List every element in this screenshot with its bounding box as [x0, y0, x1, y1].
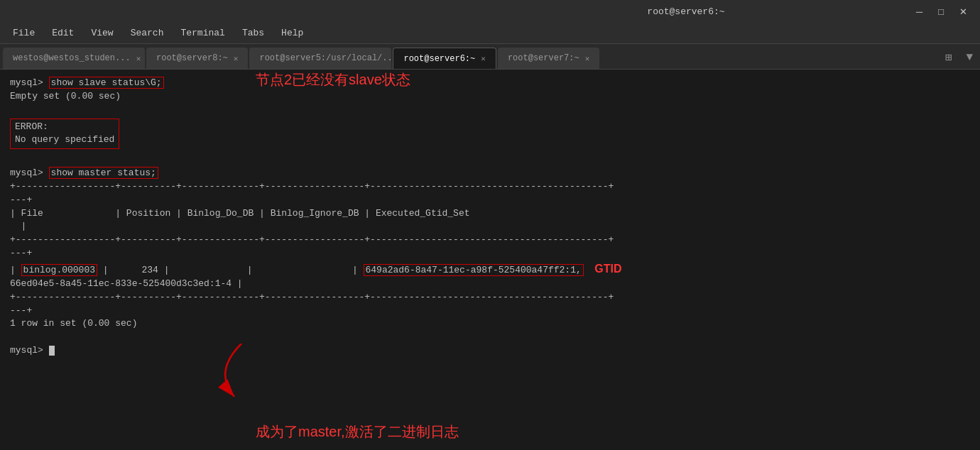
menu-file[interactable]: File [6, 25, 42, 41]
table-separator-4: ---+ [10, 247, 970, 260]
menu-terminal[interactable]: Terminal [173, 25, 232, 41]
error-block: ERROR:No query specified [10, 119, 119, 150]
tab-server6-close[interactable]: ✕ [481, 54, 486, 63]
table-separator-5: +------------------+----------+---------… [10, 291, 970, 304]
tab-server8-label: root@server8:~ [156, 53, 228, 63]
maximize-button[interactable]: □ [934, 5, 948, 18]
terminal-line-1: mysql> show slave status\G; [10, 77, 970, 90]
table-data-row-2: 66ed04e5-8a45-11ec-833e-525400d3c3ed:1-4… [10, 278, 970, 291]
tab-server7-label: root@server7:~ [508, 53, 579, 63]
gtid-label: GTID [594, 263, 621, 275]
tab-westos-close[interactable]: ✕ [136, 54, 141, 63]
menu-help[interactable]: Help [274, 25, 310, 41]
gtid-value: 649a2ad6-8a47-11ec-a98f-525400a47ff2:1, [364, 264, 584, 276]
title-bar: root@server6:~ ─ □ ✕ [0, 0, 980, 23]
menu-search[interactable]: Search [124, 25, 171, 41]
tab-server7[interactable]: root@server7:~ ✕ [498, 48, 599, 69]
tab-server8[interactable]: root@server8:~ ✕ [146, 48, 248, 69]
terminal-content[interactable]: mysql> show slave status\G; Empty set (0… [0, 70, 980, 450]
cmd-slave-status: show slave status\G; [49, 77, 164, 89]
table-data-row: | binlog.000003 | 234 | | | 649a2ad6-8a4… [10, 260, 970, 278]
title-bar-title: root@server6:~ [460, 6, 912, 17]
tab-dropdown-icon[interactable]: ▼ [962, 50, 977, 65]
mysql-prompt-final: mysql> [10, 344, 970, 358]
arrow-icon [199, 344, 284, 400]
tab-server5[interactable]: root@server5:/usr/local/... ✕ [249, 48, 391, 69]
menu-tabs[interactable]: Tabs [235, 25, 271, 41]
menu-bar: File Edit View Search Terminal Tabs Help [0, 23, 980, 44]
table-separator-1: +------------------+----------+---------… [10, 180, 970, 194]
close-button[interactable]: ✕ [955, 5, 971, 18]
annotation-master-label: 成为了master,激活了二进制日志 [256, 422, 459, 442]
tab-westos[interactable]: westos@westos_studen... ✕ [3, 48, 145, 69]
tab-server5-label: root@server5:/usr/local/... [259, 53, 397, 63]
tab-bar: westos@westos_studen... ✕ root@server8:~… [0, 44, 980, 70]
prompt-1: mysql> [10, 77, 49, 88]
table-separator-6: ---+ [10, 304, 970, 318]
result-count: 1 row in set (0.00 sec) [10, 317, 970, 331]
terminal-line-2: Empty set (0.00 sec) [10, 90, 970, 104]
table-separator-3: +------------------+----------+---------… [10, 234, 970, 247]
minimize-button[interactable]: ─ [912, 5, 927, 18]
menu-edit[interactable]: Edit [45, 25, 81, 41]
cursor [49, 346, 55, 356]
new-tab-icon[interactable]: ⊞ [941, 49, 957, 66]
prompt-2: mysql> [10, 168, 49, 178]
table-separator-2: ---+ [10, 194, 970, 207]
menu-view[interactable]: View [84, 25, 120, 41]
table-header: | File | Position | Binlog_Do_DB | Binlo… [10, 207, 970, 221]
cmd-master-status: show master status; [49, 167, 158, 179]
annotation-no-slave: 节点2已经没有slave状态 [256, 70, 410, 90]
tab-server6[interactable]: root@server6:~ ✕ [393, 48, 496, 69]
tab-server6-label: root@server6:~ [403, 54, 475, 64]
binlog-file-value: binlog.000003 [21, 264, 97, 276]
terminal-line-master: mysql> show master status; [10, 167, 970, 180]
table-header-cont: | [10, 220, 970, 234]
tab-server8-close[interactable]: ✕ [234, 54, 239, 63]
tab-westos-label: westos@westos_studen... [13, 53, 131, 63]
tab-server7-close[interactable]: ✕ [585, 54, 590, 63]
